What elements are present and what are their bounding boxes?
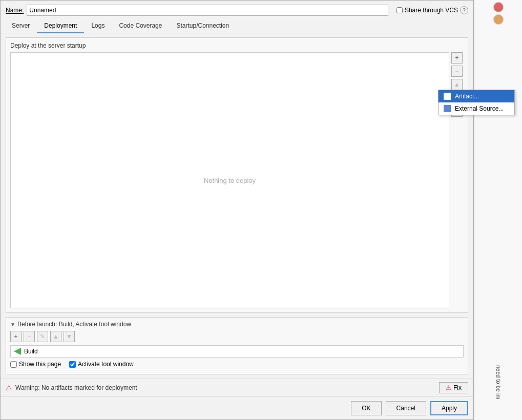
- add-before-launch-button[interactable]: +: [10, 331, 22, 342]
- tab-server[interactable]: Server: [5, 19, 37, 33]
- build-item-label: Build: [24, 348, 38, 355]
- deploy-list: Nothing to deploy: [10, 52, 449, 308]
- warning-bar: ⚠ Warning: No artifacts marked for deplo…: [1, 379, 473, 396]
- before-launch-list: Build: [10, 345, 464, 358]
- before-launch-section: ▼ Before launch: Build, Activate tool wi…: [6, 317, 468, 374]
- dropdown-external-source-label: External Source...: [455, 105, 504, 112]
- up-before-launch-button[interactable]: ▲: [50, 331, 61, 342]
- up-deploy-button[interactable]: ▲: [451, 79, 463, 90]
- share-vcs-checkbox[interactable]: [396, 7, 403, 13]
- run-configuration-dialog: Name: Share through VCS ? Server Deploym…: [0, 0, 474, 420]
- apply-button[interactable]: Apply: [430, 401, 468, 415]
- fix-button[interactable]: ⚠ Fix: [439, 382, 468, 393]
- tab-startup-connection[interactable]: Startup/Connection: [169, 19, 236, 33]
- show-page-label: Show this page: [19, 361, 61, 368]
- tab-code-coverage[interactable]: Code Coverage: [112, 19, 169, 33]
- checkboxes-row: Show this page Activate tool window: [10, 358, 464, 371]
- build-icon: [14, 348, 21, 355]
- before-launch-item-build: Build: [11, 346, 463, 357]
- dropdown-artifact-label: Artifact...: [455, 93, 479, 100]
- add-dropdown-menu: Artifact... External Source...: [438, 90, 515, 115]
- artifact-menu-icon: [444, 93, 451, 100]
- remove-deploy-button[interactable]: −: [451, 66, 463, 77]
- tab-logs[interactable]: Logs: [84, 19, 112, 33]
- main-content: Deploy at the server startup Nothing to …: [1, 33, 473, 379]
- warning-text: Warning: No artifacts marked for deploym…: [15, 384, 436, 391]
- side-circle-orange[interactable]: [493, 14, 504, 25]
- edit-before-launch-button[interactable]: ✎: [37, 331, 48, 342]
- name-label: Name:: [6, 7, 24, 14]
- fix-warning-icon: ⚠: [446, 384, 451, 391]
- add-deploy-button[interactable]: +: [451, 52, 463, 64]
- name-row: Name: Share through VCS ?: [1, 1, 473, 19]
- activate-window-checkbox-container: Activate tool window: [69, 361, 134, 368]
- before-launch-title: Before launch: Build, Activate tool wind…: [17, 321, 131, 328]
- cancel-button[interactable]: Cancel: [386, 401, 426, 415]
- share-vcs-container: Share through VCS ?: [396, 6, 468, 14]
- before-launch-header: ▼ Before launch: Build, Activate tool wi…: [10, 321, 464, 328]
- warning-icon: ⚠: [6, 384, 12, 392]
- activate-window-checkbox[interactable]: [69, 361, 76, 368]
- ok-button[interactable]: OK: [351, 401, 381, 415]
- fix-button-label: Fix: [453, 384, 462, 391]
- side-circle-red[interactable]: [493, 2, 504, 12]
- bottom-buttons: OK Cancel Apply: [1, 396, 473, 419]
- external-source-menu-icon: [444, 105, 451, 112]
- help-icon[interactable]: ?: [460, 6, 468, 14]
- side-bottom-text: need to be im: [495, 365, 502, 400]
- dropdown-artifact-item[interactable]: Artifact...: [439, 90, 514, 102]
- before-launch-tools: + − ✎ ▲ ▼: [10, 331, 464, 342]
- show-page-checkbox[interactable]: [10, 361, 17, 368]
- remove-before-launch-button[interactable]: −: [24, 331, 35, 342]
- dropdown-external-source-item[interactable]: External Source...: [439, 102, 514, 115]
- side-panel: need to be im: [474, 0, 522, 420]
- share-vcs-label: Share through VCS: [405, 7, 458, 14]
- tab-deployment[interactable]: Deployment: [37, 19, 84, 33]
- activate-window-label: Activate tool window: [78, 361, 134, 368]
- deploy-area-wrapper: Nothing to deploy + − ▲ ▼ ✎: [10, 52, 464, 308]
- tabs-bar: Server Deployment Logs Code Coverage Sta…: [1, 19, 473, 33]
- name-input[interactable]: [27, 5, 388, 16]
- down-before-launch-button[interactable]: ▼: [64, 331, 75, 342]
- show-page-checkbox-container: Show this page: [10, 361, 61, 368]
- deploy-section-label: Deploy at the server startup: [10, 42, 464, 49]
- deploy-section: Deploy at the server startup Nothing to …: [6, 37, 468, 313]
- deploy-empty-text: Nothing to deploy: [204, 177, 256, 184]
- collapse-icon[interactable]: ▼: [10, 322, 15, 327]
